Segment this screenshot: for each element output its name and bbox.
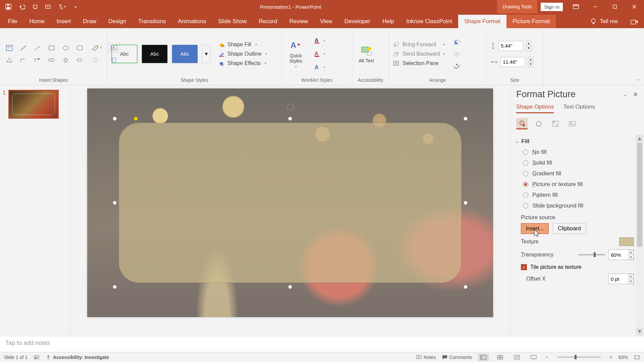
tab-animations[interactable]: Animations xyxy=(172,15,212,28)
height-spinner[interactable]: ▲▼ xyxy=(526,41,531,51)
tab-inknoe[interactable]: Inknoe ClassPoint xyxy=(400,15,458,28)
style-preset-3[interactable]: Abc xyxy=(172,45,198,63)
collapse-ribbon-icon[interactable]: ︿ xyxy=(635,76,641,83)
minimize-icon[interactable] xyxy=(586,0,605,13)
radio-picture-fill[interactable]: Picture or texture fill xyxy=(523,181,634,188)
shape-fill-button[interactable]: Shape Fill▾ xyxy=(219,42,267,48)
cloud-shape-icon[interactable] xyxy=(74,55,85,65)
shape-width-input[interactable] xyxy=(500,57,525,67)
offset-x-spinner[interactable]: ▲▼ xyxy=(628,274,634,284)
tab-transitions[interactable]: Transitions xyxy=(132,15,172,28)
selection-pane-button[interactable]: Selection Pane xyxy=(393,60,445,66)
style-gallery-more[interactable]: ▾ xyxy=(202,45,211,63)
shape-effects-button[interactable]: Shape Effects▾ xyxy=(219,60,267,66)
qat-customize-icon[interactable]: ▾ xyxy=(72,3,79,10)
resize-handle-sw[interactable] xyxy=(113,285,117,289)
text-fill-button[interactable]: A▾ xyxy=(309,36,329,46)
size-category-icon[interactable] xyxy=(550,118,561,129)
radio-gradient-fill[interactable]: Gradient fill xyxy=(523,170,634,177)
tab-view[interactable]: View xyxy=(314,15,338,28)
fill-line-category-icon[interactable] xyxy=(516,118,528,129)
ribbon-display-icon[interactable] xyxy=(566,0,586,13)
pane-tab-text-options[interactable]: Text Options xyxy=(563,104,595,113)
clipboard-button[interactable]: Clipboard xyxy=(553,223,586,234)
arrow-line-icon[interactable] xyxy=(32,43,43,53)
scroll-up-icon[interactable]: ▲ xyxy=(636,135,643,142)
merge-shapes-icon[interactable]: ▾ xyxy=(91,56,103,65)
edit-shape-icon[interactable]: ▾ xyxy=(91,43,103,52)
zoom-level[interactable]: 63% xyxy=(619,355,628,360)
tab-file[interactable]: File xyxy=(2,15,23,28)
resize-handle-ne[interactable] xyxy=(464,117,468,121)
effects-category-icon[interactable] xyxy=(533,118,544,129)
start-from-beginning-icon[interactable] xyxy=(45,3,52,10)
elbow-shape-icon[interactable] xyxy=(18,55,29,65)
pane-options-icon[interactable]: ⌄ xyxy=(623,91,627,98)
shape-styles-gallery[interactable]: Abc Abc Abc ▾ xyxy=(111,45,211,63)
rounded-rect-icon[interactable] xyxy=(74,43,85,53)
width-spinner[interactable]: ▲▼ xyxy=(528,57,533,67)
notes-toggle[interactable]: Notes xyxy=(416,355,436,360)
reading-view-icon[interactable] xyxy=(512,354,522,361)
group-button[interactable]: ▾ xyxy=(452,50,462,58)
resize-handle-w[interactable] xyxy=(113,201,117,205)
tab-draw[interactable]: Draw xyxy=(77,15,102,28)
alt-text-button[interactable]: Alt Text xyxy=(356,45,376,63)
resize-handle-se[interactable] xyxy=(464,285,468,289)
text-effects-button[interactable]: AA▾ xyxy=(309,62,329,72)
offset-x-input[interactable] xyxy=(609,275,628,283)
normal-view-icon[interactable] xyxy=(478,354,489,361)
slideshow-view-icon[interactable] xyxy=(528,354,539,361)
textbox-shape-icon[interactable] xyxy=(4,43,15,53)
scroll-thumb[interactable] xyxy=(637,143,642,247)
block-arrow-icon[interactable] xyxy=(46,55,57,65)
scroll-down-icon[interactable]: ▼ xyxy=(636,328,643,335)
resize-handle-e[interactable] xyxy=(464,201,468,205)
adjustment-handle[interactable] xyxy=(134,117,138,121)
radio-slide-bg-fill[interactable]: Slide background fill xyxy=(523,202,634,209)
style-preset-2[interactable]: Abc xyxy=(142,45,168,63)
tab-slideshow[interactable]: Slide Show xyxy=(212,15,253,28)
shape-height-input[interactable] xyxy=(498,41,523,51)
bring-forward-button[interactable]: Bring Forward▾ xyxy=(393,42,445,48)
picture-category-icon[interactable] xyxy=(567,118,578,129)
pane-tab-shape-options[interactable]: Shape Options xyxy=(516,104,554,113)
tab-developer[interactable]: Developer xyxy=(338,15,377,28)
slide-indicator[interactable]: Slide 1 of 1 xyxy=(4,355,28,360)
tab-review[interactable]: Review xyxy=(283,15,314,28)
tab-picture-format[interactable]: Picture Format xyxy=(506,15,556,28)
notes-pane[interactable]: Tap to add notes xyxy=(0,336,644,352)
transparency-spinner[interactable]: ▲▼ xyxy=(628,250,634,260)
oval-shape-icon[interactable] xyxy=(60,43,71,53)
slide-canvas[interactable] xyxy=(87,88,493,317)
share-icon[interactable] xyxy=(625,15,644,28)
selected-shape[interactable] xyxy=(115,119,466,287)
spellcheck-icon[interactable] xyxy=(34,355,40,360)
resize-handle-nw[interactable] xyxy=(113,117,117,121)
rectangle-shape-icon[interactable] xyxy=(46,43,57,53)
slide-thumbnail-1[interactable]: 1 xyxy=(3,90,67,119)
zoom-in-icon[interactable]: + xyxy=(609,354,612,360)
signin-button[interactable]: Sign in xyxy=(541,3,563,11)
tab-insert[interactable]: Insert xyxy=(51,15,77,28)
tile-checkbox-row[interactable]: ✓ Tile picture as texture xyxy=(516,260,634,270)
triangle-shape-icon[interactable] xyxy=(4,55,15,65)
redo-icon[interactable] xyxy=(32,3,39,10)
tab-shape-format[interactable]: Shape Format xyxy=(458,15,506,28)
rotate-button[interactable]: ▾ xyxy=(452,62,462,70)
touch-mode-icon[interactable]: ▾ xyxy=(58,3,66,10)
undo-icon[interactable] xyxy=(18,3,25,10)
send-backward-button[interactable]: Send Backward▾ xyxy=(393,51,445,57)
quick-styles-button[interactable]: A Quick Styles▾ xyxy=(286,40,306,68)
insert-picture-button[interactable]: Insert... xyxy=(521,223,549,234)
tell-me[interactable]: Tell me xyxy=(584,15,625,28)
save-icon[interactable] xyxy=(5,3,12,10)
accessibility-status[interactable]: Accessibility: Investigate xyxy=(46,355,109,360)
shapes-gallery[interactable] xyxy=(4,43,85,65)
radio-pattern-fill[interactable]: Pattern fill xyxy=(523,192,634,198)
text-outline-button[interactable]: A▾ xyxy=(309,49,329,59)
radio-solid-fill[interactable]: Solid fill xyxy=(523,160,634,166)
pane-close-icon[interactable]: ✕ xyxy=(633,91,638,98)
star-shape-icon[interactable] xyxy=(60,55,71,65)
resize-handle-s[interactable] xyxy=(288,285,292,289)
